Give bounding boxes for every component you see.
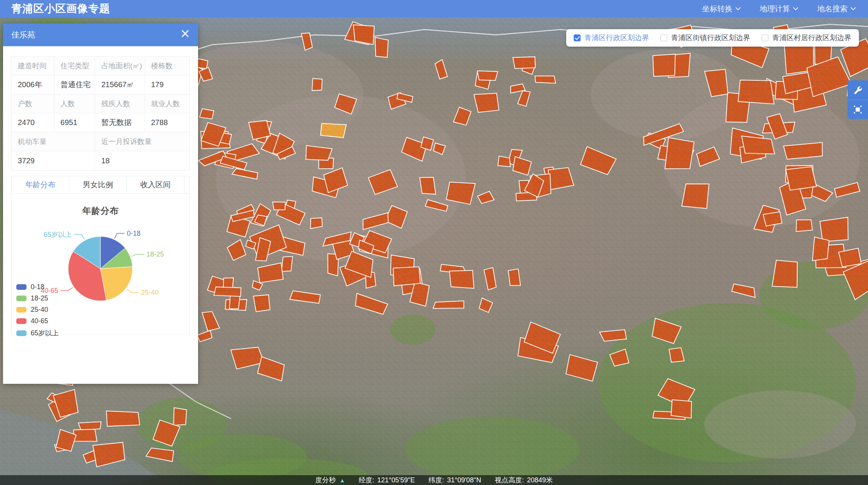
field-label: 人数: [55, 94, 95, 113]
field-label: 楼栋数: [145, 56, 189, 75]
svg-text:25-40: 25-40: [141, 289, 158, 296]
legend-item-40-65[interactable]: 40-65: [16, 317, 59, 325]
svg-text:0-18: 0-18: [127, 230, 141, 237]
field-label: 户数: [12, 94, 55, 113]
field-value: 2788: [145, 113, 189, 132]
page-title: 青浦区小区画像专题: [11, 2, 110, 16]
table-row: 建造时间 住宅类型 占地面积(㎡) 楼栋数: [12, 56, 189, 75]
longitude-value: 121°05'59"E: [377, 476, 415, 484]
chart-legend: 0-18 18-25 25-40 40-65: [16, 283, 59, 338]
topbar: 青浦区小区画像专题 坐标转换 地理计算 地名搜索: [0, 0, 868, 17]
legend-label: 40-65: [31, 317, 48, 325]
tab-gender-ratio[interactable]: 男女比例: [69, 176, 127, 193]
extent-frame-icon: [853, 105, 863, 114]
field-value: 18: [95, 151, 189, 170]
latitude-label: 纬度:: [428, 476, 444, 485]
checkbox-unchecked-icon: [762, 34, 768, 41]
panel-body: 建造时间 住宅类型 占地面积(㎡) 楼栋数 2006年 普通住宅 215667㎡…: [3, 46, 198, 335]
legend-marker: [16, 296, 27, 301]
longitude-readout: 经度: 121°05'59"E: [359, 476, 415, 485]
field-label: 近一月投诉数量: [95, 132, 189, 151]
close-icon[interactable]: ×: [180, 26, 190, 41]
table-row: 3729 18: [12, 151, 189, 170]
coordinate-mode-label: 度分秒: [315, 476, 336, 485]
table-row: 机动车量 近一月投诉数量: [12, 132, 189, 151]
status-bar: 度分秒 ▲ 经度: 121°05'59"E 纬度: 31°09'08"N 视点高…: [0, 475, 868, 485]
panel-title: 佳乐苑: [11, 30, 35, 40]
info-table: 建造时间 住宅类型 占地面积(㎡) 楼栋数 2006年 普通住宅 215667㎡…: [11, 56, 190, 171]
field-value: 2006年: [12, 75, 55, 94]
checkbox-unchecked-icon: [660, 34, 667, 41]
chevron-down-icon: [735, 5, 741, 10]
legend-marker: [16, 284, 27, 290]
field-label: 建造时间: [12, 56, 55, 75]
legend-label: 25-40: [31, 306, 48, 314]
layer-label: 青浦区村居行政区划边界: [772, 33, 851, 43]
detail-panel: 佳乐苑 × 建造时间 住宅类型 占地面积(㎡) 楼栋数 2006年 普通住宅 2…: [3, 23, 198, 384]
layer-label: 青浦区行政区划边界: [584, 33, 649, 43]
legend-item-18-25[interactable]: 18-25: [16, 294, 59, 302]
menu-coordinate-convert[interactable]: 坐标转换: [702, 4, 740, 14]
wrench-icon: [853, 85, 863, 95]
field-value: 3729: [12, 151, 95, 170]
field-value: 179: [145, 75, 189, 94]
menu-label: 地理计算: [760, 4, 790, 14]
menu-label: 坐标转换: [702, 4, 732, 14]
field-label: 机动车量: [12, 132, 95, 151]
tab-row: 年龄分布 男女比例 收入区间: [12, 176, 189, 194]
field-value: 215667㎡: [95, 75, 145, 94]
legend-item-65-plus[interactable]: 65岁以上: [16, 329, 59, 338]
altitude-readout: 视点高度: 20849米: [495, 476, 553, 485]
tab-age-distribution[interactable]: 年龄分布: [12, 176, 69, 193]
app-window: 青浦区小区画像专题 坐标转换 地理计算 地名搜索 青浦区行政区划边界 青浦区街镇…: [0, 0, 868, 485]
longitude-label: 经度:: [359, 476, 374, 485]
coordinate-mode-selector[interactable]: 度分秒 ▲: [315, 476, 345, 485]
legend-label: 18-25: [31, 294, 48, 302]
field-label: 占地面积(㎡): [95, 56, 145, 75]
age-distribution-chart: 年龄分布 0-1818-2525-4040-6565岁以上 0-18 18-25: [12, 194, 189, 335]
legend-marker: [16, 318, 27, 324]
layer-label: 青浦区街镇行政区划边界: [671, 33, 750, 43]
extent-tool-button[interactable]: [848, 100, 868, 119]
svg-text:65岁以上: 65岁以上: [44, 231, 72, 238]
field-label: 住宅类型: [55, 56, 95, 75]
latitude-readout: 纬度: 31°09'08"N: [428, 476, 481, 485]
latitude-value: 31°09'08"N: [447, 476, 481, 484]
chevron-down-icon: [793, 5, 798, 10]
layer-toggle-village-boundary[interactable]: 青浦区村居行政区划边界: [762, 33, 851, 43]
legend-label: 65岁以上: [31, 329, 59, 338]
checkbox-checked-icon: [574, 34, 581, 41]
field-label: 残疾人数: [95, 94, 145, 113]
menu-label: 地名搜索: [817, 4, 848, 14]
tab-income-range[interactable]: 收入区间: [127, 176, 184, 193]
layer-toggle-district-boundary[interactable]: 青浦区行政区划边界: [574, 33, 649, 43]
table-row: 2470 6951 暂无数据 2788: [12, 113, 189, 132]
field-label: 就业人数: [145, 94, 189, 113]
altitude-label: 视点高度:: [495, 476, 524, 485]
chart-card: 年龄分布 男女比例 收入区间 年龄分布 0-1818-2525-4040-656…: [11, 176, 190, 335]
chevron-down-icon: [851, 5, 856, 10]
legend-marker: [16, 307, 27, 313]
field-value: 2470: [12, 113, 55, 132]
triangle-up-icon: ▲: [339, 477, 345, 483]
legend-label: 0-18: [31, 283, 44, 291]
field-value: 普通住宅: [55, 75, 95, 94]
layer-control-bar: 青浦区行政区划边界 青浦区街镇行政区划边界 青浦区村居行政区划边界: [566, 29, 859, 47]
legend-item-25-40[interactable]: 25-40: [16, 306, 59, 314]
field-value: 暂无数据: [95, 113, 145, 132]
top-menu: 坐标转换 地理计算 地名搜索: [702, 4, 855, 14]
table-row: 户数 人数 残疾人数 就业人数: [12, 94, 189, 113]
altitude-value: 20849米: [527, 476, 553, 485]
menu-geo-calculate[interactable]: 地理计算: [760, 4, 798, 14]
measure-tool-button[interactable]: [848, 80, 868, 100]
menu-place-search[interactable]: 地名搜索: [817, 4, 855, 14]
svg-text:18-25: 18-25: [147, 250, 164, 258]
legend-marker: [16, 330, 27, 336]
field-value: 6951: [55, 113, 95, 132]
table-row: 2006年 普通住宅 215667㎡ 179: [12, 75, 189, 94]
legend-item-0-18[interactable]: 0-18: [16, 283, 59, 291]
layer-toggle-town-boundary[interactable]: 青浦区街镇行政区划边界: [660, 33, 750, 43]
panel-header: 佳乐苑 ×: [3, 23, 198, 46]
map-tool-stack: [848, 80, 868, 119]
